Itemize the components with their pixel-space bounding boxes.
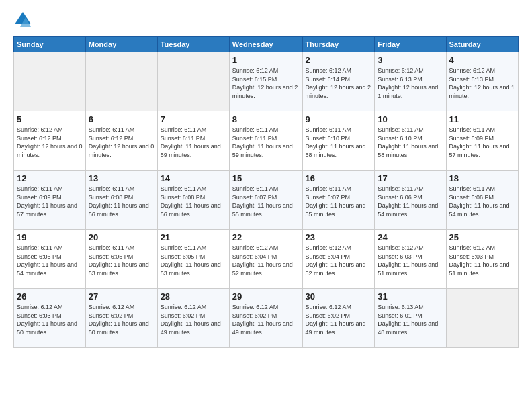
calendar-cell: 10Sunrise: 6:11 AM Sunset: 6:10 PM Dayli… [375,111,446,171]
calendar-cell [157,52,229,111]
calendar-cell: 13Sunrise: 6:11 AM Sunset: 6:08 PM Dayli… [85,171,157,230]
calendar-cell: 28Sunrise: 6:12 AM Sunset: 6:02 PM Dayli… [157,289,229,348]
calendar-cell: 29Sunrise: 6:12 AM Sunset: 6:02 PM Dayli… [229,289,302,348]
calendar-cell: 27Sunrise: 6:12 AM Sunset: 6:02 PM Dayli… [85,289,157,348]
day-info: Sunrise: 6:11 AM Sunset: 6:10 PM Dayligh… [306,126,372,159]
calendar-cell: 7Sunrise: 6:11 AM Sunset: 6:11 PM Daylig… [157,111,229,171]
weekday-header-wednesday: Wednesday [229,37,302,52]
day-number: 8 [232,114,300,124]
calendar-week-4: 19Sunrise: 6:11 AM Sunset: 6:05 PM Dayli… [14,230,519,289]
calendar-cell: 6Sunrise: 6:11 AM Sunset: 6:12 PM Daylig… [85,111,157,171]
calendar-week-5: 26Sunrise: 6:12 AM Sunset: 6:03 PM Dayli… [14,289,519,348]
day-info: Sunrise: 6:12 AM Sunset: 6:04 PM Dayligh… [306,244,372,277]
day-info: Sunrise: 6:11 AM Sunset: 6:09 PM Dayligh… [449,126,515,159]
calendar-cell: 2Sunrise: 6:12 AM Sunset: 6:14 PM Daylig… [302,52,375,111]
calendar-cell: 8Sunrise: 6:11 AM Sunset: 6:11 PM Daylig… [229,111,302,171]
day-info: Sunrise: 6:12 AM Sunset: 6:03 PM Dayligh… [449,244,515,277]
calendar-cell: 30Sunrise: 6:12 AM Sunset: 6:02 PM Dayli… [302,289,375,348]
day-number: 27 [89,291,154,302]
day-info: Sunrise: 6:11 AM Sunset: 6:05 PM Dayligh… [161,244,226,277]
day-number: 4 [449,55,515,65]
day-number: 20 [89,232,154,242]
calendar-cell: 14Sunrise: 6:11 AM Sunset: 6:08 PM Dayli… [157,171,229,230]
weekday-header-tuesday: Tuesday [157,37,229,52]
day-info: Sunrise: 6:11 AM Sunset: 6:09 PM Dayligh… [17,185,83,218]
calendar-cell: 17Sunrise: 6:11 AM Sunset: 6:06 PM Dayli… [375,171,446,230]
calendar-cell: 20Sunrise: 6:11 AM Sunset: 6:05 PM Dayli… [85,230,157,289]
calendar-cell: 15Sunrise: 6:11 AM Sunset: 6:07 PM Dayli… [229,171,302,230]
calendar-week-3: 12Sunrise: 6:11 AM Sunset: 6:09 PM Dayli… [14,171,519,230]
day-info: Sunrise: 6:12 AM Sunset: 6:03 PM Dayligh… [378,244,443,277]
page: SundayMondayTuesdayWednesdayThursdayFrid… [0,0,532,411]
calendar-cell: 31Sunrise: 6:13 AM Sunset: 6:01 PM Dayli… [375,289,446,348]
weekday-header-thursday: Thursday [302,37,375,52]
day-number: 2 [306,55,372,65]
calendar-cell: 24Sunrise: 6:12 AM Sunset: 6:03 PM Dayli… [375,230,446,289]
day-number: 28 [161,291,226,302]
day-number: 14 [161,173,226,183]
day-number: 11 [449,114,515,124]
calendar-week-2: 5Sunrise: 6:12 AM Sunset: 6:12 PM Daylig… [14,111,519,171]
day-info: Sunrise: 6:11 AM Sunset: 6:05 PM Dayligh… [89,244,154,277]
day-info: Sunrise: 6:12 AM Sunset: 6:13 PM Dayligh… [449,66,515,100]
header [13,11,519,30]
day-number: 9 [306,114,372,124]
day-number: 29 [232,291,300,302]
calendar-cell: 4Sunrise: 6:12 AM Sunset: 6:13 PM Daylig… [446,52,518,111]
day-info: Sunrise: 6:11 AM Sunset: 6:11 PM Dayligh… [161,126,226,159]
calendar-cell: 11Sunrise: 6:11 AM Sunset: 6:09 PM Dayli… [446,111,518,171]
day-number: 25 [449,232,515,242]
calendar-cell: 21Sunrise: 6:11 AM Sunset: 6:05 PM Dayli… [157,230,229,289]
calendar-header-row: SundayMondayTuesdayWednesdayThursdayFrid… [14,37,519,52]
day-number: 5 [17,114,83,124]
day-info: Sunrise: 6:12 AM Sunset: 6:15 PM Dayligh… [232,66,300,100]
day-info: Sunrise: 6:12 AM Sunset: 6:13 PM Dayligh… [378,66,443,100]
day-number: 10 [378,114,443,124]
weekday-header-friday: Friday [375,37,446,52]
day-number: 6 [89,114,154,124]
calendar-cell [85,52,157,111]
calendar-cell: 16Sunrise: 6:11 AM Sunset: 6:07 PM Dayli… [302,171,375,230]
calendar-cell: 5Sunrise: 6:12 AM Sunset: 6:12 PM Daylig… [14,111,86,171]
weekday-header-saturday: Saturday [446,37,518,52]
day-number: 13 [89,173,154,183]
calendar-cell: 22Sunrise: 6:12 AM Sunset: 6:04 PM Dayli… [229,230,302,289]
day-number: 31 [378,291,443,302]
day-number: 24 [378,232,443,242]
calendar-cell: 1Sunrise: 6:12 AM Sunset: 6:15 PM Daylig… [229,52,302,111]
day-info: Sunrise: 6:11 AM Sunset: 6:05 PM Dayligh… [17,244,83,277]
day-number: 1 [232,55,300,65]
logo [13,11,35,30]
day-number: 7 [161,114,226,124]
day-info: Sunrise: 6:11 AM Sunset: 6:06 PM Dayligh… [449,185,515,218]
day-number: 17 [378,173,443,183]
day-info: Sunrise: 6:12 AM Sunset: 6:12 PM Dayligh… [17,126,83,159]
calendar-cell: 12Sunrise: 6:11 AM Sunset: 6:09 PM Dayli… [14,171,86,230]
calendar-cell: 23Sunrise: 6:12 AM Sunset: 6:04 PM Dayli… [302,230,375,289]
day-number: 16 [306,173,372,183]
day-info: Sunrise: 6:12 AM Sunset: 6:02 PM Dayligh… [232,303,300,336]
day-info: Sunrise: 6:11 AM Sunset: 6:11 PM Dayligh… [232,126,300,159]
day-info: Sunrise: 6:11 AM Sunset: 6:07 PM Dayligh… [306,185,372,218]
day-number: 23 [306,232,372,242]
day-number: 22 [232,232,300,242]
calendar-cell [14,52,86,111]
day-info: Sunrise: 6:11 AM Sunset: 6:12 PM Dayligh… [89,126,154,159]
day-number: 18 [449,173,515,183]
calendar-cell [446,289,518,348]
day-info: Sunrise: 6:11 AM Sunset: 6:07 PM Dayligh… [232,185,300,218]
calendar-table: SundayMondayTuesdayWednesdayThursdayFrid… [13,36,519,348]
day-number: 15 [232,173,300,183]
day-number: 26 [17,291,83,302]
logo-icon [13,11,32,30]
day-number: 3 [378,55,443,65]
day-info: Sunrise: 6:12 AM Sunset: 6:02 PM Dayligh… [306,303,372,336]
weekday-header-monday: Monday [85,37,157,52]
calendar-cell: 19Sunrise: 6:11 AM Sunset: 6:05 PM Dayli… [14,230,86,289]
day-info: Sunrise: 6:11 AM Sunset: 6:08 PM Dayligh… [89,185,154,218]
calendar-cell: 26Sunrise: 6:12 AM Sunset: 6:03 PM Dayli… [14,289,86,348]
day-number: 12 [17,173,83,183]
day-info: Sunrise: 6:12 AM Sunset: 6:02 PM Dayligh… [89,303,154,336]
day-info: Sunrise: 6:11 AM Sunset: 6:08 PM Dayligh… [161,185,226,218]
day-info: Sunrise: 6:11 AM Sunset: 6:06 PM Dayligh… [378,185,443,218]
